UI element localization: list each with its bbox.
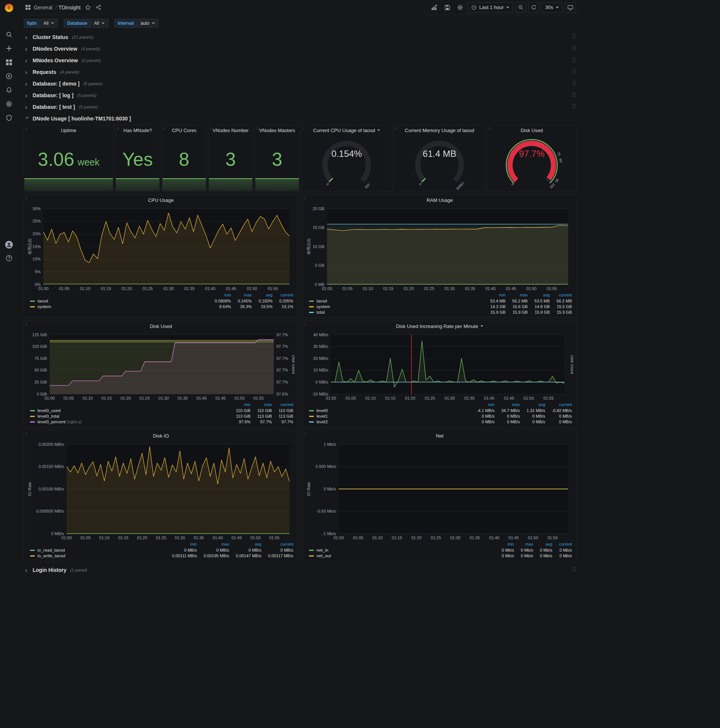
- ram-usage-chart[interactable]: 0 MB5 GB10 GB15 GB20 GB01:0001:0501:1001…: [306, 206, 574, 292]
- info-icon[interactable]: i: [211, 126, 212, 130]
- legend-series-name[interactable]: level0_used: [30, 408, 229, 413]
- variable-value-dropdown[interactable]: All: [40, 19, 58, 28]
- row-drag-handle[interactable]: [572, 103, 576, 111]
- legend-column-header[interactable]: current: [545, 402, 572, 408]
- configuration-gear-icon[interactable]: [5, 99, 14, 109]
- info-icon[interactable]: i: [305, 196, 306, 200]
- variable-label[interactable]: fqdn: [24, 19, 40, 28]
- legend-column-header[interactable]: min: [470, 402, 495, 408]
- create-plus-icon[interactable]: [5, 44, 14, 53]
- legend-column-header[interactable]: min: [165, 542, 197, 547]
- row-drag-handle[interactable]: [572, 566, 576, 574]
- refresh-button[interactable]: [528, 2, 539, 13]
- legend-series-name[interactable]: level0_percent (right-y): [30, 419, 229, 424]
- dashboard-settings-icon[interactable]: [455, 2, 465, 13]
- row-drag-handle[interactable]: [572, 57, 576, 64]
- panel-title[interactable]: Current CPU Usage of taosd: [302, 125, 392, 135]
- legend-series-name[interactable]: level0_total: [30, 413, 229, 419]
- info-icon[interactable]: i: [117, 126, 119, 130]
- panel-title[interactable]: Disk Used: [24, 321, 298, 331]
- search-icon[interactable]: [5, 30, 14, 39]
- panel-title[interactable]: CPU Usage: [24, 195, 298, 205]
- legend-column-header[interactable]: current: [261, 542, 293, 547]
- panel-title[interactable]: Net: [303, 431, 577, 440]
- time-range-picker[interactable]: Last 1 hour: [468, 2, 513, 13]
- legend-column-header[interactable]: current: [550, 293, 572, 298]
- row-mnodes-overview[interactable]: › MNodes Overview (2 panels): [24, 55, 577, 66]
- refresh-interval-picker[interactable]: 30s: [542, 2, 563, 13]
- variable-label[interactable]: Database: [64, 19, 90, 28]
- breadcrumb-title[interactable]: TDinsight: [58, 5, 81, 11]
- row-dnodes-overview[interactable]: › DNodes Overview (4 panels): [24, 43, 577, 54]
- legend-column-header[interactable]: current: [273, 293, 293, 298]
- legend-column-header[interactable]: max: [495, 402, 520, 408]
- legend-column-header[interactable]: avg: [528, 293, 550, 298]
- info-icon[interactable]: i: [26, 322, 27, 326]
- legend-series-name[interactable]: system: [309, 304, 484, 309]
- disk-io-chart[interactable]: 0 MB/s0.000500 MB/s0.00100 MB/s0.00150 M…: [27, 441, 295, 541]
- cpu-usage-chart[interactable]: 0%5%10%15%20%25%30%01:0001:0501:1001:150…: [27, 206, 295, 292]
- alerting-bell-icon[interactable]: [5, 86, 14, 95]
- row-drag-handle[interactable]: [572, 45, 576, 52]
- row-cluster-status[interactable]: › Cluster Status (21 panels): [24, 32, 577, 43]
- share-icon[interactable]: [93, 2, 104, 13]
- panel-title[interactable]: VNodes Masters: [255, 125, 299, 135]
- legend-column-header[interactable]: max: [505, 293, 528, 298]
- legend-column-header[interactable]: avg: [520, 402, 545, 408]
- info-icon[interactable]: i: [305, 431, 306, 436]
- legend-column-header[interactable]: max: [514, 542, 533, 547]
- add-panel-icon[interactable]: [429, 2, 440, 13]
- grafana-logo-icon[interactable]: [4, 3, 14, 13]
- cycle-view-mode-button[interactable]: [565, 2, 576, 13]
- legend-series-name[interactable]: level0: [309, 408, 470, 413]
- disk-rate-chart[interactable]: -10 MB/s0 MB/s10 MB/s20 MB/s30 MB/s40 MB…: [306, 332, 574, 402]
- save-dashboard-icon[interactable]: [442, 2, 453, 13]
- variable-value-dropdown[interactable]: auto: [137, 19, 159, 28]
- info-icon[interactable]: i: [489, 126, 490, 130]
- legend-series-name[interactable]: taosd: [309, 298, 484, 304]
- info-icon[interactable]: i: [305, 322, 306, 326]
- breadcrumb-section[interactable]: General: [34, 5, 52, 11]
- legend-series-name[interactable]: io_write_taosd: [30, 553, 165, 558]
- row-dnode-usage[interactable]: › DNode Usage [ huolinhe-TM1701:6030 ]: [24, 113, 577, 124]
- disk-used-chart[interactable]: 0 GiB97.6%25 GiB97.7%50 GiB97.7%75 GiB97…: [27, 332, 295, 402]
- panel-title[interactable]: Uptime: [24, 125, 113, 135]
- info-icon[interactable]: i: [26, 196, 27, 200]
- help-icon[interactable]: [5, 254, 14, 263]
- info-icon[interactable]: i: [26, 431, 27, 436]
- panel-title[interactable]: VNodes Number: [209, 125, 253, 135]
- panel-title[interactable]: Current Memory Usage of taosd: [394, 125, 485, 135]
- info-icon[interactable]: i: [164, 126, 165, 130]
- legend-series-name[interactable]: system: [30, 304, 208, 309]
- legend-series-name[interactable]: net_out: [309, 553, 495, 558]
- user-avatar[interactable]: [5, 240, 14, 249]
- row-database-test[interactable]: › Database: [ test ] (5 panels): [24, 101, 577, 113]
- legend-column-header[interactable]: max: [231, 293, 252, 298]
- panel-title[interactable]: Has MNode?: [116, 125, 160, 135]
- info-icon[interactable]: i: [304, 126, 305, 130]
- legend-series-name[interactable]: level1: [309, 413, 470, 419]
- variable-value-dropdown[interactable]: All: [91, 19, 108, 28]
- row-login-history[interactable]: › Login History (1 panel): [24, 564, 577, 576]
- server-admin-shield-icon[interactable]: [5, 113, 14, 122]
- panel-title[interactable]: Disk IO: [24, 431, 298, 440]
- panel-title[interactable]: CPU Cores: [162, 125, 206, 135]
- legend-column-header[interactable]: current: [272, 402, 293, 408]
- row-database-log[interactable]: › Database: [ log ] (5 panels): [24, 90, 577, 101]
- info-icon[interactable]: i: [26, 126, 27, 130]
- row-drag-handle[interactable]: [572, 68, 576, 76]
- legend-column-header[interactable]: min: [495, 542, 514, 547]
- legend-series-name[interactable]: taosd: [30, 298, 208, 304]
- legend-column-header[interactable]: min: [484, 293, 505, 298]
- dashboards-icon[interactable]: [5, 58, 14, 67]
- row-database-demo[interactable]: › Database: [ demo ] (5 panels): [24, 78, 577, 89]
- row-requests[interactable]: › Requests (4 panels): [24, 66, 577, 78]
- legend-series-name[interactable]: net_in: [309, 547, 495, 553]
- legend-column-header[interactable]: avg: [229, 542, 261, 547]
- row-drag-handle[interactable]: [572, 80, 576, 87]
- row-drag-handle[interactable]: [572, 92, 576, 99]
- row-drag-handle[interactable]: [572, 34, 576, 41]
- legend-column-header[interactable]: avg: [533, 542, 552, 547]
- panel-title[interactable]: Disk Used: [487, 125, 577, 135]
- legend-column-header[interactable]: min: [229, 402, 250, 408]
